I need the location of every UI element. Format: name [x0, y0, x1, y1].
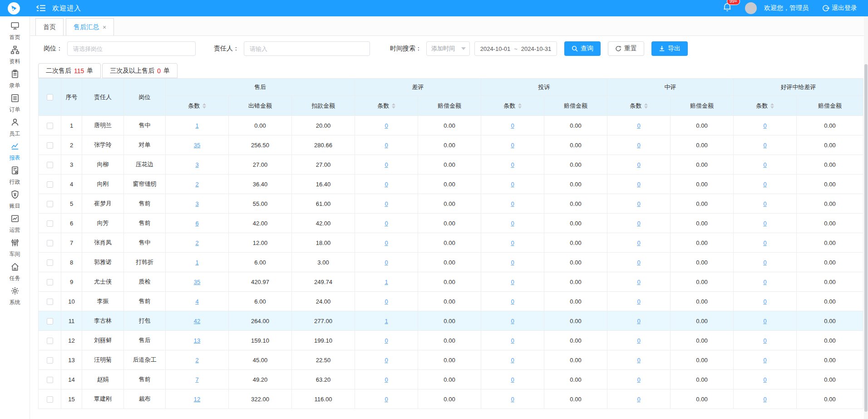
count-link[interactable]: 0 — [763, 259, 766, 266]
row-checkbox[interactable] — [47, 357, 53, 364]
count-link[interactable]: 0 — [763, 279, 766, 285]
count-link[interactable]: 0 — [763, 161, 766, 168]
count-link[interactable]: 6 — [195, 220, 198, 227]
count-link[interactable]: 0 — [511, 298, 514, 305]
count-link[interactable]: 7 — [195, 376, 198, 383]
count-link[interactable]: 0 — [637, 161, 640, 168]
sortable-col-count[interactable]: 条数 — [166, 96, 229, 116]
row-checkbox[interactable] — [47, 396, 53, 403]
count-link[interactable]: 0 — [763, 181, 766, 188]
count-link[interactable]: 1 — [385, 279, 388, 285]
count-link[interactable]: 0 — [637, 122, 640, 129]
row-checkbox[interactable] — [47, 123, 53, 129]
count-link[interactable]: 0 — [511, 396, 514, 403]
sidebar-item[interactable]: 账目 — [0, 188, 30, 212]
count-link[interactable]: 2 — [195, 239, 198, 246]
count-link[interactable]: 0 — [763, 142, 766, 149]
count-link[interactable]: 0 — [385, 396, 388, 403]
notification-bell-icon[interactable]: 99+ — [723, 3, 731, 14]
row-checkbox[interactable] — [47, 299, 53, 305]
count-link[interactable]: 0 — [763, 220, 766, 227]
count-link[interactable]: 0 — [385, 376, 388, 383]
sort-caret-icon[interactable] — [518, 103, 522, 109]
row-checkbox[interactable] — [47, 377, 53, 383]
count-link[interactable]: 0 — [637, 396, 640, 403]
count-link[interactable]: 0 — [637, 220, 640, 227]
count-link[interactable]: 1 — [195, 259, 198, 266]
user-avatar[interactable] — [745, 2, 757, 14]
count-link[interactable]: 0 — [511, 142, 514, 149]
count-link[interactable]: 3 — [195, 161, 198, 168]
subtab-second-aftersale[interactable]: 二次售后 115 单 — [38, 63, 101, 78]
count-link[interactable]: 0 — [511, 122, 514, 129]
tab-aftersale-summary[interactable]: 售后汇总 × — [66, 18, 114, 35]
count-link[interactable]: 4 — [195, 298, 198, 305]
tab-close-icon[interactable]: × — [103, 24, 106, 31]
row-checkbox[interactable] — [47, 220, 53, 227]
count-link[interactable]: 0 — [637, 376, 640, 383]
count-link[interactable]: 0 — [763, 239, 766, 246]
sort-caret-icon[interactable] — [770, 103, 774, 109]
count-link[interactable]: 0 — [385, 161, 388, 168]
count-link[interactable]: 0 — [763, 376, 766, 383]
date-range-picker[interactable]: 2024-10-01 ~ 2024-10-31 — [474, 41, 557, 56]
count-link[interactable]: 0 — [637, 298, 640, 305]
sidebar-item[interactable]: 资料 — [0, 43, 30, 67]
row-checkbox[interactable] — [47, 240, 53, 246]
count-link[interactable]: 0 — [511, 181, 514, 188]
time-type-select[interactable]: 添加时间 — [426, 41, 470, 56]
count-link[interactable]: 0 — [637, 279, 640, 285]
count-link[interactable]: 0 — [511, 161, 514, 168]
post-filter-input[interactable] — [67, 41, 196, 56]
subtab-third-plus-aftersale[interactable]: 三次及以上售后 0 单 — [102, 63, 178, 78]
count-link[interactable]: 0 — [637, 200, 640, 207]
count-link[interactable]: 0 — [511, 376, 514, 383]
count-link[interactable]: 0 — [385, 357, 388, 364]
count-link[interactable]: 1 — [195, 122, 198, 129]
count-link[interactable]: 0 — [637, 357, 640, 364]
row-checkbox[interactable] — [47, 162, 53, 168]
sidebar-item[interactable]: 行政 — [0, 164, 30, 188]
count-link[interactable]: 12 — [194, 396, 200, 403]
count-link[interactable]: 2 — [195, 181, 198, 188]
count-link[interactable]: 0 — [511, 318, 514, 324]
count-link[interactable]: 0 — [637, 337, 640, 344]
count-link[interactable]: 0 — [763, 200, 766, 207]
select-all-checkbox[interactable] — [47, 94, 53, 100]
count-link[interactable]: 0 — [763, 337, 766, 344]
row-checkbox[interactable] — [47, 279, 53, 285]
sortable-col-count[interactable]: 条数 — [355, 96, 418, 116]
sidebar-item[interactable]: 系统 — [0, 284, 30, 308]
count-link[interactable]: 0 — [637, 142, 640, 149]
sidebar-item[interactable]: 车间 — [0, 236, 30, 260]
sidebar-item[interactable]: 员工 — [0, 115, 30, 140]
row-checkbox[interactable] — [47, 318, 53, 324]
count-link[interactable]: 0 — [385, 337, 388, 344]
sidebar-item[interactable]: 订单 — [0, 91, 30, 115]
count-link[interactable]: 0 — [511, 357, 514, 364]
count-link[interactable]: 0 — [763, 298, 766, 305]
vertical-scrollbar[interactable] — [864, 16, 868, 419]
count-link[interactable]: 0 — [385, 122, 388, 129]
logout-button[interactable]: 退出登录 — [822, 4, 857, 12]
export-button[interactable]: 导出 — [651, 41, 688, 56]
count-link[interactable]: 0 — [763, 318, 766, 324]
count-link[interactable]: 0 — [763, 357, 766, 364]
sidebar-item[interactable]: 首页 — [0, 19, 30, 43]
sidebar-toggle-icon[interactable] — [36, 5, 46, 12]
count-link[interactable]: 0 — [511, 220, 514, 227]
search-button[interactable]: 查询 — [564, 41, 601, 56]
row-checkbox[interactable] — [47, 201, 53, 207]
sortable-col-count[interactable]: 条数 — [481, 96, 544, 116]
count-link[interactable]: 0 — [637, 181, 640, 188]
row-checkbox[interactable] — [47, 338, 53, 344]
count-link[interactable]: 0 — [385, 298, 388, 305]
sidebar-item[interactable]: 运营 — [0, 212, 30, 236]
row-checkbox[interactable] — [47, 181, 53, 188]
sidebar-item[interactable]: 录单 — [0, 67, 30, 91]
count-link[interactable]: 0 — [385, 142, 388, 149]
count-link[interactable]: 1 — [385, 318, 388, 324]
sortable-col-count[interactable]: 条数 — [607, 96, 671, 116]
count-link[interactable]: 0 — [511, 259, 514, 266]
count-link[interactable]: 0 — [385, 259, 388, 266]
